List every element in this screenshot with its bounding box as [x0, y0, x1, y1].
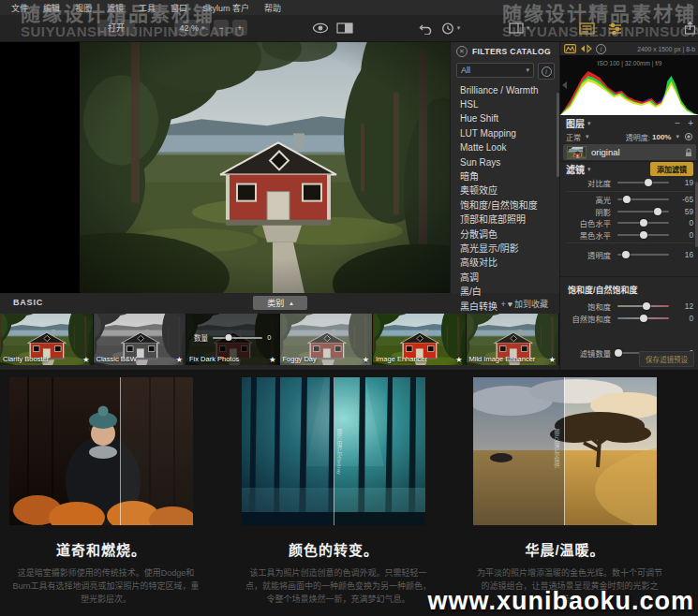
- categories-button[interactable]: 类别 ▴: [253, 296, 307, 310]
- slider-track[interactable]: [617, 222, 669, 224]
- catalog-item[interactable]: 分散调色: [451, 227, 560, 242]
- catalog-item[interactable]: 黑/白: [451, 286, 560, 300]
- catalog-item[interactable]: 饱和度/自然饱和度: [451, 198, 560, 213]
- slider-track[interactable]: [617, 305, 669, 307]
- catalog-item[interactable]: Hue Shift: [451, 112, 560, 126]
- open-button[interactable]: 打开: [97, 20, 135, 36]
- histogram-graph: [560, 66, 698, 115]
- favorite-star-icon[interactable]: ★: [269, 355, 276, 364]
- compare-button[interactable]: [334, 21, 356, 36]
- remove-layer-button[interactable]: −: [675, 118, 680, 128]
- add-layer-button[interactable]: +: [688, 118, 693, 128]
- catalog-filter-dropdown[interactable]: All ▾: [456, 63, 534, 78]
- menu-edit[interactable]: 编辑: [36, 2, 67, 14]
- preset-classic-bw[interactable]: Classic B&W ★: [94, 314, 187, 365]
- catalog-item[interactable]: Brilliance / Warmth: [451, 83, 560, 97]
- panel-toggle-button[interactable]: ▾: [506, 21, 532, 36]
- slider-track[interactable]: [617, 198, 669, 200]
- menu-skylum-account[interactable]: Skylum 客户: [195, 2, 257, 14]
- share-button[interactable]: [678, 21, 698, 36]
- saturation-section-title: 饱和度/自然饱和度: [560, 276, 698, 300]
- zoom-in-button[interactable]: +: [232, 20, 247, 36]
- favorite-star-icon[interactable]: ★: [82, 355, 90, 364]
- preset-fix-dark-photos-selected[interactable]: 数量 0 Fix Dark Photos ★: [186, 314, 280, 365]
- slider-knob[interactable]: [640, 315, 647, 322]
- menu-view[interactable]: 视图: [67, 2, 99, 14]
- undo-button[interactable]: [415, 21, 438, 36]
- zoom-level-dropdown[interactable]: 42 %▾: [174, 20, 210, 36]
- slider-track[interactable]: [617, 234, 669, 236]
- catalog-item[interactable]: 顶部和底部照明: [451, 213, 560, 227]
- menu-window[interactable]: 窗口: [163, 2, 195, 14]
- catalog-item[interactable]: 高光显示/阴影: [451, 242, 560, 256]
- filters-catalog-toggle-button[interactable]: [575, 21, 598, 36]
- close-icon[interactable]: ✕: [456, 46, 468, 57]
- slider-knob[interactable]: [615, 349, 622, 357]
- catalog-item[interactable]: 高级对比: [451, 257, 560, 271]
- slider-knob[interactable]: [226, 334, 232, 341]
- slider-knob[interactable]: [645, 179, 652, 186]
- image-canvas[interactable]: [0, 41, 450, 293]
- favorite-star-icon[interactable]: ★: [175, 355, 183, 364]
- menu-file[interactable]: 文件: [4, 2, 36, 14]
- slider-track[interactable]: [617, 211, 669, 213]
- slider-knob[interactable]: [643, 302, 650, 310]
- preset-image-enhancer[interactable]: Image Enhancer ★: [373, 314, 467, 365]
- save-filter-preset-button[interactable]: 保存滤镜预设: [639, 351, 694, 367]
- layer-settings-icon[interactable]: [684, 132, 693, 141]
- slider-track[interactable]: [617, 317, 669, 319]
- slider-track[interactable]: [617, 182, 669, 183]
- layer-row-original[interactable]: original: [563, 144, 696, 160]
- feature-showcase: 道奇和燃烧。 这是暗室摄影师使用的传统技术。使用Dodge和Burn工具有选择地…: [0, 370, 698, 616]
- add-filters-button[interactable]: 添加滤镜: [650, 162, 693, 176]
- before-after-divider[interactable]: [564, 377, 565, 525]
- before-after-divider[interactable]: [334, 377, 334, 525]
- favorite-star-icon[interactable]: ★: [455, 355, 463, 364]
- slider-track[interactable]: [617, 254, 669, 256]
- side-panel-toggle-button[interactable]: [603, 21, 626, 36]
- before-after-divider[interactable]: [120, 377, 121, 525]
- catalog-item[interactable]: HSL: [451, 97, 560, 111]
- card-description: 该工具为照片创造创意的色调外观。只需轻轻一点，就能将画面中的一种颜色变换为另一种…: [242, 567, 435, 607]
- catalog-title: FILTERS CATALOG: [472, 47, 551, 56]
- preset-foggy-day[interactable]: Foggy Day ★: [280, 314, 374, 365]
- menu-tools[interactable]: 工具: [131, 2, 163, 14]
- slider-knob[interactable]: [654, 208, 661, 215]
- slider-track[interactable]: [213, 337, 262, 339]
- right-panel: i 2400 x 1500 px | 8-b ISO 100 | 32.00mm…: [559, 41, 698, 370]
- preset-mild-image-enhancer[interactable]: Mild Image Enhancer ★: [467, 314, 560, 365]
- history-button[interactable]: ▾: [437, 21, 465, 36]
- slider-vibrance: 自然饱和度 0: [560, 313, 693, 323]
- info-icon[interactable]: i: [596, 44, 606, 54]
- slider-knob[interactable]: [623, 196, 631, 203]
- lock-icon[interactable]: [685, 148, 692, 157]
- catalog-item[interactable]: 奥顿效应: [451, 184, 560, 198]
- slider-shadows: 阴影 59: [560, 206, 693, 216]
- slider-knob[interactable]: [640, 219, 647, 227]
- menu-filters[interactable]: 滤镜: [99, 2, 131, 14]
- quick-compare-icon[interactable]: [580, 44, 592, 53]
- preview-eye-button[interactable]: [309, 21, 332, 36]
- catalog-item[interactable]: 高调: [451, 271, 560, 285]
- blend-mode-dropdown[interactable]: 正常: [566, 132, 581, 142]
- histogram[interactable]: ISO 100 | 32.00mm | f/9: [560, 55, 698, 115]
- card-warm-morning: 图片由乔尔提供 华晨/温暖。 为平淡的照片增添温暖的金色光辉。数十个可调节的滤镜…: [473, 377, 657, 607]
- catalog-item[interactable]: 暗角: [451, 169, 560, 183]
- opacity-value-dropdown[interactable]: 100%: [652, 133, 671, 141]
- preset-clarity-booster[interactable]: Clarity Booster ★: [0, 314, 94, 365]
- slider-knob[interactable]: [640, 231, 647, 239]
- menu-help[interactable]: 帮助: [257, 2, 289, 14]
- favorite-star-icon[interactable]: ★: [548, 355, 556, 364]
- histogram-toggle-icon[interactable]: [564, 44, 576, 53]
- catalog-item[interactable]: LUT Mapping: [451, 126, 560, 140]
- catalog-item[interactable]: Matte Look: [451, 141, 560, 155]
- slider-filter-opacity: 透明度 16: [560, 249, 693, 259]
- slider-contrast: 对比度 19: [560, 178, 693, 188]
- zoom-out-button[interactable]: −: [214, 20, 229, 36]
- catalog-info-button[interactable]: i: [538, 63, 555, 80]
- favorite-star-icon[interactable]: ★: [362, 355, 369, 364]
- slider-knob[interactable]: [622, 251, 630, 258]
- catalog-item[interactable]: 黑白转换: [451, 300, 560, 314]
- catalog-item[interactable]: Sun Rays: [451, 155, 560, 169]
- card-image: 图片由乔尔Bettray: [242, 377, 425, 525]
